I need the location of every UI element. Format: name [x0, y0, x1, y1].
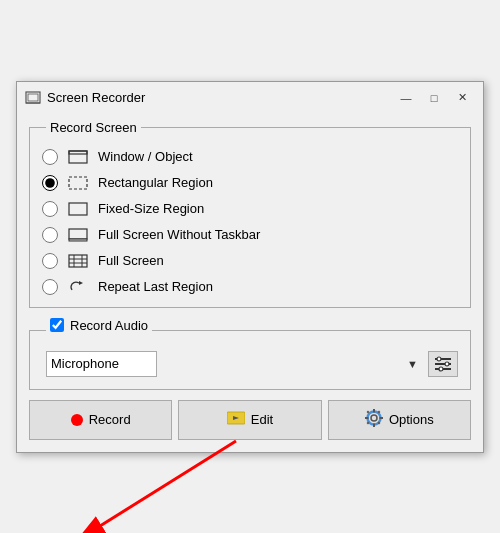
svg-rect-6	[69, 203, 87, 215]
svg-line-34	[76, 441, 236, 534]
record-screen-legend: Record Screen	[46, 120, 141, 135]
record-button[interactable]: Record	[29, 400, 172, 440]
window-controls: — □ ✕	[393, 88, 475, 108]
radio-fullscreen[interactable]	[42, 253, 58, 269]
repeat-icon	[68, 279, 88, 295]
maximize-button[interactable]: □	[421, 88, 447, 108]
radio-rectangular-label: Rectangular Region	[98, 175, 213, 190]
options-button[interactable]: Options	[328, 400, 471, 440]
radio-rectangular-region[interactable]	[42, 175, 58, 191]
svg-rect-28	[379, 417, 383, 419]
record-audio-group: Record Audio Microphone System Audio Non…	[29, 318, 471, 390]
audio-checkbox[interactable]	[50, 318, 64, 332]
radio-fixed-size[interactable]	[42, 201, 58, 217]
audio-source-select[interactable]: Microphone System Audio None	[46, 351, 157, 377]
svg-rect-7	[69, 229, 87, 239]
svg-rect-3	[69, 151, 87, 163]
audio-label: Record Audio	[70, 318, 148, 333]
edit-button[interactable]: Edit	[178, 400, 321, 440]
app-window: Screen Recorder — □ ✕ Record Screen	[16, 81, 484, 453]
radio-item-fullscreen[interactable]: Full Screen	[42, 253, 458, 269]
record-screen-group: Record Screen Window / Object	[29, 120, 471, 308]
options-gear-icon	[365, 409, 383, 430]
no-taskbar-icon	[68, 227, 88, 243]
radio-window-label: Window / Object	[98, 149, 193, 164]
radio-window-object[interactable]	[42, 149, 58, 165]
fullscreen-icon	[68, 253, 88, 269]
svg-rect-8	[69, 239, 87, 241]
window-title: Screen Recorder	[47, 90, 393, 105]
svg-rect-1	[28, 94, 38, 101]
close-button[interactable]: ✕	[449, 88, 475, 108]
svg-rect-25	[373, 409, 375, 413]
svg-point-23	[371, 415, 377, 421]
fixed-size-icon	[68, 201, 88, 217]
svg-point-19	[445, 362, 449, 366]
svg-rect-9	[69, 255, 87, 267]
radio-item-repeat[interactable]: Repeat Last Region	[42, 279, 458, 295]
svg-point-18	[437, 357, 441, 361]
audio-controls: Microphone System Audio None ▼	[42, 351, 458, 377]
rectangular-region-icon	[68, 175, 88, 191]
window-object-icon	[68, 149, 88, 165]
svg-rect-26	[373, 424, 375, 428]
radio-fullscreen-label: Full Screen	[98, 253, 164, 268]
select-chevron-icon: ▼	[407, 358, 418, 370]
svg-rect-5	[69, 177, 87, 189]
action-buttons: Record Edit	[29, 400, 471, 440]
radio-item-notaskbar[interactable]: Full Screen Without Taskbar	[42, 227, 458, 243]
svg-rect-4	[69, 151, 87, 154]
edit-button-label: Edit	[251, 412, 273, 427]
svg-point-20	[439, 367, 443, 371]
radio-repeat-label: Repeat Last Region	[98, 279, 213, 294]
record-audio-legend: Record Audio	[46, 318, 152, 343]
radio-no-taskbar[interactable]	[42, 227, 58, 243]
radio-item-window[interactable]: Window / Object	[42, 149, 458, 165]
options-button-label: Options	[389, 412, 434, 427]
radio-item-fixed[interactable]: Fixed-Size Region	[42, 201, 458, 217]
minimize-button[interactable]: —	[393, 88, 419, 108]
radio-item-rectangular[interactable]: Rectangular Region	[42, 175, 458, 191]
record-dot-icon	[71, 414, 83, 426]
radio-fixed-label: Fixed-Size Region	[98, 201, 204, 216]
radio-repeat-last[interactable]	[42, 279, 58, 295]
settings-icon	[434, 355, 452, 373]
microphone-select-wrapper: Microphone System Audio None ▼	[46, 351, 422, 377]
record-button-label: Record	[89, 412, 131, 427]
svg-marker-14	[79, 281, 83, 285]
radio-notaskbar-label: Full Screen Without Taskbar	[98, 227, 260, 242]
audio-legend-row: Record Audio	[50, 318, 148, 333]
app-icon	[25, 90, 41, 106]
audio-settings-button[interactable]	[428, 351, 458, 377]
edit-icon	[227, 410, 245, 429]
titlebar: Screen Recorder — □ ✕	[17, 82, 483, 112]
radio-group: Window / Object Rectangular Region	[42, 149, 458, 295]
svg-rect-27	[365, 417, 369, 419]
